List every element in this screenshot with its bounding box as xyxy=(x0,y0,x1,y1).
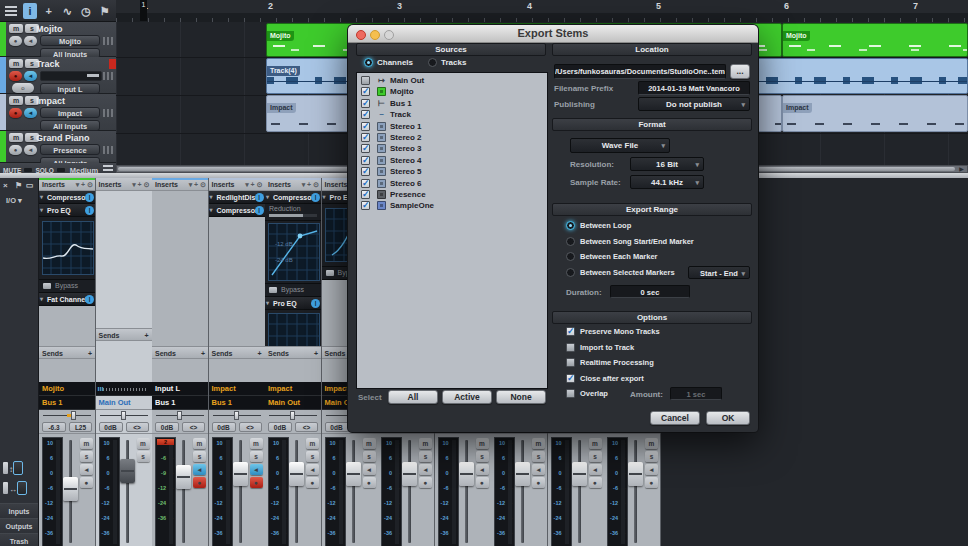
pan-handle[interactable] xyxy=(234,411,239,420)
volume-value[interactable]: -6.3 xyxy=(42,422,66,432)
bypass-toggle[interactable]: Bypass xyxy=(39,280,95,292)
fader-handle[interactable] xyxy=(176,465,191,489)
record-arm-button[interactable]: ● xyxy=(589,477,602,488)
channel-name[interactable]: Impact xyxy=(209,382,265,396)
io-selector[interactable]: I/O ▾ xyxy=(6,196,22,205)
vertical-resize-icon[interactable]: ↕ xyxy=(9,465,13,474)
mute-button[interactable]: m xyxy=(250,438,263,449)
volume-value[interactable]: 0dB xyxy=(155,422,179,432)
metronome-icon[interactable]: ◷ xyxy=(79,3,94,19)
insert-plugin[interactable]: RedlightDist| xyxy=(209,191,265,204)
mute-button[interactable]: m xyxy=(532,438,545,449)
option-checkbox[interactable] xyxy=(566,389,575,398)
record-arm-button[interactable]: ● xyxy=(306,477,319,488)
window-icon[interactable]: ▭ xyxy=(26,181,34,190)
solo-button[interactable]: s xyxy=(250,451,263,462)
insert-plugin[interactable]: Compressor| xyxy=(265,191,321,204)
monitor-button[interactable]: ◄ xyxy=(24,36,37,46)
insert-plugin[interactable]: Fat Channel| xyxy=(39,293,95,306)
solo-button[interactable]: s xyxy=(645,451,658,462)
channel-name[interactable]: Mojito xyxy=(39,382,95,396)
browse-button[interactable]: ... xyxy=(730,64,750,79)
monitor-button[interactable]: ◄ xyxy=(589,464,602,475)
zoom-window-icon[interactable] xyxy=(384,30,394,40)
monitor-button[interactable]: ◄ xyxy=(24,71,37,81)
source-row-stereo-5[interactable]: Stereo 5 xyxy=(357,166,547,177)
solo-button[interactable]: s xyxy=(532,451,545,462)
source-row-sampleone[interactable]: SampleOne xyxy=(357,200,547,211)
insert-plugin[interactable]: Pro EQ| xyxy=(39,204,95,217)
inserts-controls[interactable]: ▾ + ⊙ xyxy=(132,178,149,191)
record-arm-button[interactable]: ● xyxy=(532,477,545,488)
mute-button[interactable]: m xyxy=(80,438,93,449)
horizontal-resize-icon[interactable]: ↔ xyxy=(9,485,17,494)
inserts-controls[interactable]: ▾ + ⊙ xyxy=(245,178,262,191)
record-arm-button[interactable]: ● xyxy=(80,477,93,488)
mute-button[interactable]: m xyxy=(419,438,432,449)
pan-handle[interactable] xyxy=(177,411,182,420)
source-row-main-out[interactable]: ↦Main Out xyxy=(357,75,547,86)
mixer-strip-5[interactable]: Inserts▾ + ⊙Compressor|Reduction-12 dB-2… xyxy=(265,178,322,546)
fader-handle[interactable] xyxy=(459,462,474,486)
source-row-stereo-6[interactable]: Stereo 6 xyxy=(357,178,547,189)
clip-impact[interactable]: Impact xyxy=(782,95,968,132)
channel-output[interactable]: Bus 1 xyxy=(209,396,265,410)
channel-name[interactable]: Impact xyxy=(265,382,321,396)
source-row-presence[interactable]: Presence xyxy=(357,189,547,200)
fader-handle[interactable] xyxy=(346,462,361,486)
power-icon[interactable]: | xyxy=(311,193,320,202)
mute-button[interactable]: m xyxy=(9,59,23,68)
preset-button[interactable]: Impact xyxy=(40,107,100,118)
insert-plugin[interactable]: Compressor| xyxy=(39,191,95,204)
record-arm-button[interactable]: ● xyxy=(645,477,658,488)
solo-button[interactable]: s xyxy=(193,451,206,462)
monitor-button[interactable]: ◄ xyxy=(363,464,376,475)
channel-output[interactable]: Main Out xyxy=(265,396,321,410)
record-arm-button[interactable]: ● xyxy=(9,145,22,155)
pan-value[interactable]: <> xyxy=(126,422,149,432)
info-icon[interactable]: i xyxy=(23,3,38,19)
mute-button[interactable]: m xyxy=(476,438,489,449)
range-radio[interactable] xyxy=(566,268,575,277)
solo-button[interactable]: s xyxy=(306,451,319,462)
wide-channel-icon[interactable] xyxy=(18,482,26,494)
monitor-button[interactable]: ◄ xyxy=(80,464,93,475)
monitor-button[interactable]: ◄ xyxy=(419,464,432,475)
solo-button[interactable]: s xyxy=(137,451,150,462)
mono-button[interactable]: o xyxy=(12,83,34,93)
mute-button[interactable]: m xyxy=(645,438,658,449)
monitor-button[interactable]: ◄ xyxy=(645,464,658,475)
source-row-bus-1[interactable]: ⊢Bus 1 xyxy=(357,98,547,109)
pan-control[interactable] xyxy=(152,410,208,421)
pan-control[interactable] xyxy=(39,410,95,421)
add-send-icon[interactable]: + xyxy=(257,347,261,360)
automation-icon[interactable]: ∿ xyxy=(60,3,75,19)
channel-output[interactable]: Bus 1 xyxy=(39,396,95,410)
solo-button[interactable]: s xyxy=(363,451,376,462)
channel-output[interactable]: Main Out xyxy=(96,396,152,410)
pan-value[interactable]: <> xyxy=(182,422,205,432)
fader-handle[interactable] xyxy=(402,462,417,486)
pan-control[interactable] xyxy=(96,410,152,421)
select-none-button[interactable]: None xyxy=(496,390,546,404)
power-icon[interactable]: | xyxy=(85,193,94,202)
track-header-grand-piano[interactable]: msGrand Piano●◄PresenceAll Inputs xyxy=(0,131,116,163)
monitor-button[interactable]: ◄ xyxy=(24,145,37,155)
input-select-button[interactable]: All Inputs xyxy=(40,120,100,131)
track-header-mojito[interactable]: msMojito●◄MojitoAll Inputs xyxy=(0,22,116,57)
ok-button[interactable]: OK xyxy=(706,411,750,425)
range-radio[interactable] xyxy=(566,221,575,230)
wide-channel-icon[interactable] xyxy=(14,462,22,474)
source-row-stereo-4[interactable]: Stereo 4 xyxy=(357,155,547,166)
solo-button[interactable]: s xyxy=(419,451,432,462)
source-checkbox[interactable] xyxy=(361,122,370,131)
record-arm-button[interactable]: ● xyxy=(193,477,206,488)
add-track-icon[interactable]: + xyxy=(41,3,56,19)
add-send-icon[interactable]: + xyxy=(314,347,318,360)
insert-plugin[interactable]: Compressor| xyxy=(209,204,265,217)
record-arm-button[interactable]: ● xyxy=(419,477,432,488)
source-checkbox[interactable] xyxy=(361,133,370,142)
range-radio[interactable] xyxy=(566,252,575,261)
source-row-track[interactable]: ~Track xyxy=(357,109,547,120)
fader-handle[interactable] xyxy=(233,462,248,486)
